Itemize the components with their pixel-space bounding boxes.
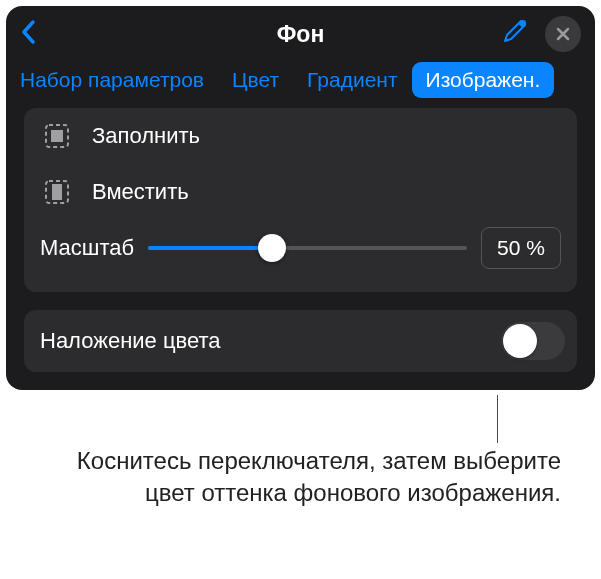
chevron-left-icon [20,19,38,45]
close-button[interactable] [545,16,581,52]
fill-type-tabs: Набор параметров Цвет Градиент Изображен… [6,58,595,108]
fill-icon [40,119,74,153]
scale-row: Масштаб 50 % [40,220,561,276]
tab-image[interactable]: Изображен. [412,62,555,98]
fit-icon [40,175,74,209]
color-overlay-label: Наложение цвета [40,328,221,354]
option-fill-label: Заполнить [92,123,200,149]
eyedropper-icon [501,19,527,45]
panel-content: Заполнить Вместить Масштаб 50 [6,108,595,390]
color-overlay-row: Наложение цвета [24,310,577,372]
tab-preset[interactable]: Набор параметров [6,64,218,96]
slider-fill [148,246,272,250]
eyedropper-button[interactable] [501,19,527,49]
svg-rect-4 [52,184,62,200]
tab-color[interactable]: Цвет [218,64,293,96]
panel-header: Фон [6,6,595,58]
option-fit[interactable]: Вместить [40,164,561,220]
svg-point-0 [520,20,526,26]
scale-value-field[interactable]: 50 % [481,227,561,269]
scale-label: Масштаб [40,235,134,261]
scale-slider[interactable] [148,233,467,263]
option-fit-label: Вместить [92,179,189,205]
panel-title: Фон [277,21,325,48]
image-options-card: Заполнить Вместить Масштаб 50 [24,108,577,292]
back-button[interactable] [20,19,38,49]
callout-text: Коснитесь переключателя, затем выберите … [60,445,561,510]
switch-knob [503,324,537,358]
callout-leader-line [497,395,498,443]
tab-gradient[interactable]: Градиент [293,64,411,96]
slider-thumb[interactable] [258,234,286,262]
option-fill[interactable]: Заполнить [40,108,561,164]
header-actions [501,16,581,52]
close-icon [555,26,571,42]
svg-rect-2 [51,130,63,142]
color-overlay-toggle[interactable] [501,322,565,360]
background-panel: Фон Набор параметров Цвет Градиент Изобр… [6,6,595,390]
